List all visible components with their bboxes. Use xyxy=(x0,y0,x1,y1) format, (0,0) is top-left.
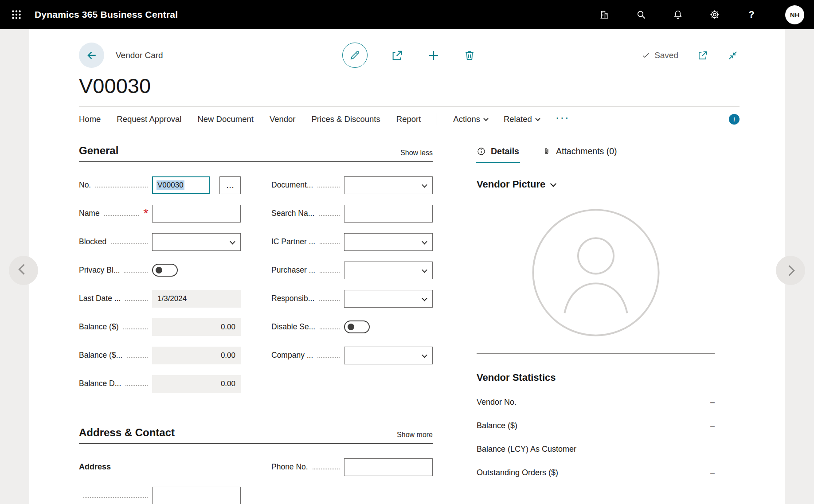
info-icon[interactable]: i xyxy=(729,114,740,125)
record-action-bar xyxy=(342,43,476,68)
delete-button[interactable] xyxy=(463,49,476,62)
field-row-address xyxy=(79,487,241,504)
stat-label[interactable]: Outstanding Orders ($) xyxy=(477,468,558,477)
field-row-ic-partner: IC Partner ... xyxy=(271,233,433,251)
menu-item-home[interactable]: Home xyxy=(79,114,101,124)
phone-label: Phone No. xyxy=(271,462,308,472)
menu-item-report[interactable]: Report xyxy=(396,114,421,124)
previous-record-button[interactable] xyxy=(9,256,38,285)
name-input[interactable] xyxy=(152,205,241,223)
field-row-balance-due: Balance D... 0.00 xyxy=(79,375,241,393)
dotted-leader xyxy=(95,187,148,188)
general-fields: No. V00030 … xyxy=(79,176,433,403)
paperclip-icon xyxy=(542,146,551,156)
dotted-leader xyxy=(320,272,340,273)
address-input[interactable] xyxy=(152,487,241,504)
chevron-down-icon xyxy=(422,238,427,244)
field-row-name: Name * xyxy=(79,205,241,223)
settings-gear-icon[interactable] xyxy=(709,9,720,20)
edit-button[interactable] xyxy=(342,43,368,68)
tab-details-label: Details xyxy=(491,146,519,156)
dotted-leader xyxy=(124,272,148,273)
field-row-company: Company ... xyxy=(271,347,433,364)
factbox-divider xyxy=(477,353,715,354)
balance-label: Balance ($) xyxy=(79,322,119,332)
privacy-blocked-toggle[interactable] xyxy=(152,264,178,277)
menu-item-request-approval[interactable]: Request Approval xyxy=(117,114,181,124)
phone-input[interactable] xyxy=(344,458,433,476)
purchaser-dropdown[interactable] xyxy=(344,262,433,279)
show-more-link[interactable]: Show more xyxy=(397,431,433,439)
environment-building-icon[interactable] xyxy=(599,9,610,20)
back-button[interactable] xyxy=(79,43,104,68)
name-label: Name xyxy=(79,209,100,218)
menu-item-prices-discounts[interactable]: Prices & Discounts xyxy=(312,114,380,124)
show-less-link[interactable]: Show less xyxy=(400,149,433,157)
balance-due-label: Balance D... xyxy=(79,379,121,388)
grid-icon xyxy=(11,9,22,20)
person-placeholder-icon xyxy=(531,208,661,337)
factbox-tabs: Details Attachments (0) xyxy=(477,146,715,163)
dotted-leader xyxy=(125,385,148,386)
check-icon xyxy=(642,51,650,60)
share-button[interactable] xyxy=(391,49,404,62)
menu-item-vendor[interactable]: Vendor xyxy=(270,114,296,124)
tab-attachments[interactable]: Attachments (0) xyxy=(542,146,617,163)
responsibility-dropdown[interactable] xyxy=(344,290,433,308)
tab-details[interactable]: Details xyxy=(477,146,519,163)
stat-label[interactable]: Balance (LCY) As Customer xyxy=(477,445,576,454)
blocked-dropdown[interactable] xyxy=(152,233,241,251)
dotted-leader xyxy=(123,328,148,329)
info-circle-icon xyxy=(477,147,486,156)
dotted-leader xyxy=(111,243,148,244)
purchaser-label: Purchaser ... xyxy=(271,266,315,275)
dotted-leader xyxy=(83,497,148,498)
menu-related-dropdown[interactable]: Related xyxy=(504,114,540,124)
blocked-label: Blocked xyxy=(79,237,106,246)
ic-partner-dropdown[interactable] xyxy=(344,233,433,251)
no-input-value: V00030 xyxy=(157,180,184,190)
disable-search-toggle[interactable] xyxy=(344,320,370,333)
address-right-column: Phone No. xyxy=(271,458,433,504)
ic-partner-label: IC Partner ... xyxy=(271,237,315,246)
field-row-no: No. V00030 … xyxy=(79,176,241,194)
search-name-input[interactable] xyxy=(344,205,433,223)
related-label: Related xyxy=(504,114,532,124)
company-dropdown[interactable] xyxy=(344,347,433,364)
notifications-bell-icon[interactable] xyxy=(672,9,684,20)
avatar[interactable]: NH xyxy=(785,5,804,24)
field-row-balance: Balance ($) 0.00 xyxy=(79,318,241,336)
stat-label[interactable]: Vendor No. xyxy=(477,398,517,407)
open-in-new-window-button[interactable] xyxy=(697,50,708,61)
chevron-down-icon xyxy=(422,182,427,188)
no-input[interactable]: V00030 xyxy=(152,176,210,194)
collapse-header-button[interactable] xyxy=(727,50,739,61)
general-left-column: No. V00030 … xyxy=(79,176,241,403)
new-record-button[interactable] xyxy=(427,49,440,62)
field-row-privacy-blocked: Privacy Bl... xyxy=(79,262,241,279)
app-launcher-icon[interactable] xyxy=(11,9,22,20)
no-label: No. xyxy=(79,180,91,190)
dotted-leader xyxy=(317,187,340,188)
balance-lcy-label: Balance ($... xyxy=(79,351,122,360)
menu-overflow-button[interactable]: ··· xyxy=(556,115,570,123)
menu-actions-dropdown[interactable]: Actions xyxy=(453,114,488,124)
page-content: General Show less No. xyxy=(29,145,785,504)
field-row-balance-lcy: Balance ($... 0.00 xyxy=(79,347,241,364)
address-group-row: Address xyxy=(79,458,241,476)
no-control-group: V00030 … xyxy=(152,176,241,194)
address-contact-section: Address & Contact Show more Address xyxy=(79,426,433,504)
search-icon[interactable] xyxy=(635,9,647,20)
chevron-left-icon xyxy=(18,264,29,274)
help-icon[interactable]: ? xyxy=(746,9,757,20)
next-record-button[interactable] xyxy=(776,256,805,285)
assist-edit-button[interactable]: … xyxy=(219,176,241,194)
document-dropdown[interactable] xyxy=(344,176,433,194)
top-navigation-bar: Dynamics 365 Business Central xyxy=(0,0,814,29)
field-row-phone: Phone No. xyxy=(271,458,433,476)
stat-label[interactable]: Balance ($) xyxy=(477,421,517,430)
menu-item-new-document[interactable]: New Document xyxy=(197,114,253,124)
stat-value: – xyxy=(710,421,715,430)
required-asterisk: * xyxy=(143,211,149,215)
vendor-picture-header[interactable]: Vendor Picture xyxy=(477,179,715,190)
